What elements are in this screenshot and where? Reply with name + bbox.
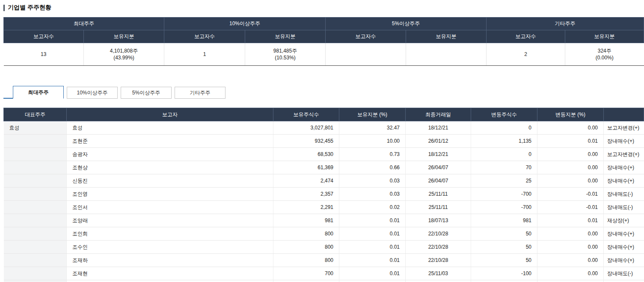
cell-shares-held: 800: [273, 254, 339, 267]
cell-last-trade-date: 22/10/28: [406, 227, 471, 241]
tab-other-shareholder[interactable]: 기타주주: [175, 87, 226, 99]
table-row: 조현상61,3690.6626/04/07700.00장내매수(+): [4, 161, 644, 174]
cell-change-type: 재상장(+): [604, 214, 644, 227]
cell-holding-pct: 10.00: [339, 135, 406, 148]
cell-last-trade-date: 26/01/12: [406, 135, 471, 148]
cell-shares-held: 700: [273, 267, 339, 280]
cell-holding-pct: 0.00: [339, 280, 406, 282]
cell-last-trade-date: 18/12/21: [406, 148, 471, 161]
cell-holding-pct: 0.66: [339, 161, 406, 174]
cell-holding-pct: 0.02: [339, 201, 406, 214]
cell-change-shares: 1,135: [471, 135, 537, 148]
column-header: 보고자: [67, 108, 273, 121]
cell-last-trade-date: 25/11/11: [406, 280, 471, 282]
cell-change-shares: -400: [471, 280, 537, 282]
summary-reporter-count-value: 1: [164, 43, 245, 66]
cell-change-type: 장내매수(+): [604, 227, 644, 241]
cell-change-type: 장내매도(-): [604, 267, 644, 280]
cell-representative: [4, 135, 67, 148]
cell-shares-held: 61,369: [273, 161, 339, 174]
cell-shares-held: 932,455: [273, 135, 339, 148]
cell-representative: [4, 267, 67, 280]
summary-subheader-reporter-count: 보고자수: [326, 30, 406, 43]
tab-over-5pct-shareholder[interactable]: 5%이상주주: [121, 87, 172, 99]
detail-header-row: 대표주주보고자보유주식수보유지분 (%)최종거래일변동주식수변동지분 (%): [4, 108, 644, 121]
cell-change-pct: 0.00: [537, 121, 604, 135]
cell-holding-pct: 0.01: [339, 241, 406, 254]
cell-change-pct: 0.00: [537, 148, 604, 161]
tab-over-10pct-shareholder[interactable]: 10%이상주주: [67, 87, 118, 99]
cell-change-type: 보고자변경(+): [604, 148, 644, 161]
cell-reporter: 송광자: [67, 148, 273, 161]
cell-change-type: 장내매수(+): [604, 174, 644, 188]
cell-change-type: 장내매수(+): [604, 161, 644, 174]
cell-last-trade-date: 25/11/11: [406, 201, 471, 214]
cell-change-type: 장내매수(+): [604, 241, 644, 254]
cell-shares-held: 800: [273, 227, 339, 241]
cell-reporter: 효성: [67, 121, 273, 135]
cell-reporter: 조재하: [67, 254, 273, 267]
cell-change-pct: 0.00: [537, 161, 604, 174]
cell-change-pct: 0.01: [537, 135, 604, 148]
page-title-row: 기업별 주주현황: [3, 4, 644, 12]
summary-holding-value: [406, 43, 487, 66]
cell-shares-held: 800: [273, 241, 339, 254]
cell-change-type: 장내매도(-): [604, 188, 644, 201]
column-header: [604, 108, 644, 121]
cell-change-shares: 981: [471, 214, 537, 227]
shareholder-status-page: 기업별 주주현황 최대주주10%이상주주5%이상주주기타주주 보고자수보유지분보…: [0, 0, 644, 282]
summary-subheader-reporter-count: 보고자수: [487, 30, 565, 43]
cell-reporter: Tina Mikyung Lee: [67, 280, 273, 282]
column-header: 최종거래일: [406, 108, 471, 121]
cell-last-trade-date: 18/12/21: [406, 121, 471, 135]
cell-reporter: 조인희: [67, 227, 273, 241]
cell-holding-pct: 0.01: [339, 267, 406, 280]
cell-change-shares: 0: [471, 121, 537, 135]
table-row: 조인희8000.0122/10/28500.00장내매수(+): [4, 227, 644, 241]
cell-last-trade-date: 26/04/07: [406, 161, 471, 174]
cell-representative: [4, 254, 67, 267]
cell-representative: 효성: [4, 121, 67, 135]
tab-largest-shareholder[interactable]: 최대주주: [13, 86, 64, 99]
table-row: Tina Mikyung Lee4500.0025/11/11-4000.00장…: [4, 280, 644, 282]
cell-reporter: 조재현: [67, 267, 273, 280]
cell-reporter: 조인서: [67, 201, 273, 214]
cell-change-shares: 50: [471, 241, 537, 254]
summary-group-header-row: 최대주주10%이상주주5%이상주주기타주주: [4, 18, 644, 30]
summary-subheader-row: 보고자수보유지분보고자수보유지분보고자수보유지분보고자수보유지분: [4, 30, 644, 43]
summary-holding-shares: 324주: [565, 47, 644, 54]
cell-change-shares: 70: [471, 161, 537, 174]
cell-change-shares: 25: [471, 174, 537, 188]
cell-change-shares: 0: [471, 148, 537, 161]
cell-change-shares: -700: [471, 201, 537, 214]
table-row: 조수인8000.0122/10/28500.00장내매수(+): [4, 241, 644, 254]
summary-holding-value: 4,101,808주(43.99%): [84, 43, 164, 66]
column-header: 변동주식수: [471, 108, 537, 121]
cell-reporter: 조현상: [67, 161, 273, 174]
cell-holding-pct: 32.47: [339, 121, 406, 135]
table-row: 조양래9810.0118/07/139810.01재상장(+): [4, 214, 644, 227]
cell-shares-held: 2,474: [273, 174, 339, 188]
summary-reporter-count-value: [326, 43, 406, 66]
summary-subheader-holding: 보유지분: [406, 30, 487, 43]
summary-reporter-count-value: 13: [4, 43, 84, 66]
table-row: 조인서2,2910.0225/11/11-700-0.01장내매도(-): [4, 201, 644, 214]
cell-change-pct: 0.00: [537, 254, 604, 267]
cell-holding-pct: 0.01: [339, 227, 406, 241]
cell-last-trade-date: 25/11/11: [406, 188, 471, 201]
summary-group-header: 10%이상주주: [164, 18, 326, 30]
summary-holding-pct: (43.99%): [84, 54, 164, 61]
cell-representative: [4, 188, 67, 201]
tabbar-accent-line: [3, 98, 13, 99]
table-row: 조현준932,45510.0026/01/121,1350.01장내매수(+): [4, 135, 644, 148]
table-row: 신동진2,4740.0326/04/07250.00장내매수(+): [4, 174, 644, 188]
cell-change-pct: 0.00: [537, 174, 604, 188]
cell-holding-pct: 0.01: [339, 214, 406, 227]
cell-representative: [4, 241, 67, 254]
column-header: 대표주주: [4, 108, 67, 121]
summary-subheader-holding: 보유지분: [245, 30, 326, 43]
cell-holding-pct: 0.73: [339, 148, 406, 161]
cell-change-type: 보고자변경(+): [604, 121, 644, 135]
summary-holding-shares: 981,485주: [245, 47, 325, 54]
summary-subheader-holding: 보유지분: [565, 30, 644, 43]
